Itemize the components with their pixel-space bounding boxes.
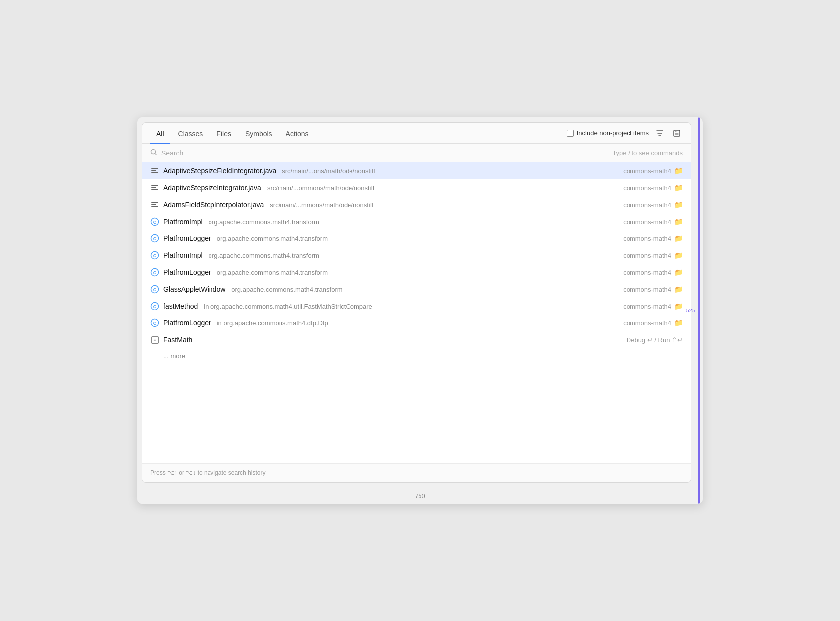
result-module: commons-math4	[623, 286, 671, 293]
svg-text:C: C	[153, 220, 157, 225]
folder-icon: 📁	[674, 234, 683, 242]
tab-symbols[interactable]: Symbols	[239, 123, 278, 144]
result-path: in org.apache.commons.math4.util.FastMat…	[204, 303, 372, 310]
result-right: commons-math4 📁	[623, 268, 683, 276]
class-circle-icon: C	[150, 217, 159, 226]
folder-icon: 📁	[674, 201, 683, 209]
svg-text:C: C	[153, 321, 157, 326]
table-row[interactable]: AdamsFieldStepInterpolator.java src/main…	[142, 196, 691, 213]
search-left: Search	[150, 149, 183, 157]
result-name: AdaptiveStepsizeFieldIntegrator.java	[163, 167, 276, 175]
footer-bar: Press ⌥↑ or ⌥↓ to navigate search histor…	[142, 463, 691, 482]
search-bar: Search Type / to see commands	[142, 144, 691, 162]
result-path: org.apache.commons.math4.transform	[209, 252, 319, 259]
class-circle-icon: C	[150, 285, 159, 294]
result-right: commons-math4 📁	[623, 201, 683, 209]
tabs-bar: All Classes Files Symbols Actions Includ…	[142, 123, 691, 144]
checkbox-box[interactable]	[567, 130, 574, 137]
class-circle-icon: C	[150, 302, 159, 310]
result-path: src/main/...ons/math/ode/nonstiff	[282, 167, 375, 175]
table-row[interactable]: ≡ FastMath Debug ↵ / Run ⇧↵	[142, 331, 691, 348]
folder-icon: 📁	[674, 319, 683, 327]
file-lines-icon	[150, 200, 159, 209]
svg-text:C: C	[153, 304, 157, 309]
result-path: org.apache.commons.math4.transform	[209, 218, 319, 226]
result-name: PlatfromLogger	[163, 319, 211, 327]
tab-actions[interactable]: Actions	[280, 123, 315, 144]
bottom-bar: 750	[137, 488, 703, 504]
result-name: PlatfromLogger	[163, 268, 211, 276]
table-row[interactable]: C GlassAppletWindow org.apache.commons.m…	[142, 281, 691, 298]
file-lines-icon	[150, 166, 159, 175]
class-circle-icon: C	[150, 234, 159, 243]
folder-icon: 📁	[674, 251, 683, 259]
result-right: commons-math4 📁	[623, 285, 683, 293]
result-module: commons-math4	[623, 167, 671, 175]
table-row[interactable]: C PlatfromLogger org.apache.commons.math…	[142, 264, 691, 281]
result-right: commons-math4 📁	[623, 251, 683, 259]
bottom-number: 750	[415, 492, 425, 500]
table-row[interactable]: C PlatfromImpl org.apache.commons.math4.…	[142, 247, 691, 264]
search-input[interactable]: Search	[161, 149, 183, 157]
class-circle-icon: C	[150, 251, 159, 260]
search-hint: Type / to see commands	[612, 149, 683, 156]
table-row[interactable]: C PlatfromLogger in org.apache.commons.m…	[142, 314, 691, 331]
result-path: src/main/...ommons/math/ode/nonstiff	[267, 184, 375, 192]
result-right: commons-math4 📁	[623, 234, 683, 242]
table-row[interactable]: C PlatfromLogger org.apache.commons.math…	[142, 230, 691, 247]
include-non-project-checkbox[interactable]: Include non-project items	[567, 129, 649, 137]
expand-icon[interactable]	[671, 127, 683, 139]
results-list: AdaptiveStepsizeFieldIntegrator.java src…	[142, 162, 691, 364]
result-right: Debug ↵ / Run ⇧↵	[627, 336, 683, 344]
result-module: commons-math4	[623, 303, 671, 310]
result-action: Debug ↵ / Run ⇧↵	[627, 336, 683, 344]
result-right: commons-math4 📁	[623, 184, 683, 192]
folder-icon: 📁	[674, 167, 683, 175]
footer-text: Press ⌥↑ or ⌥↓ to navigate search histor…	[150, 469, 265, 476]
table-row[interactable]: AdaptiveStepsizeIntegrator.java src/main…	[142, 179, 691, 196]
folder-icon: 📁	[674, 184, 683, 192]
result-module: commons-math4	[623, 201, 671, 209]
result-path: org.apache.commons.math4.transform	[217, 269, 328, 276]
folder-icon: 📁	[674, 285, 683, 293]
folder-icon: 📁	[674, 302, 683, 310]
result-module: commons-math4	[623, 269, 671, 276]
search-panel: All Classes Files Symbols Actions Includ…	[142, 122, 691, 483]
result-module: commons-math4	[623, 235, 671, 242]
tab-all[interactable]: All	[150, 123, 170, 144]
table-row[interactable]: AdaptiveStepsizeFieldIntegrator.java src…	[142, 162, 691, 179]
table-row[interactable]: C fastMethod in org.apache.commons.math4…	[142, 298, 691, 314]
result-name: AdamsFieldStepInterpolator.java	[163, 201, 264, 209]
result-right: commons-math4 📁	[623, 319, 683, 327]
svg-text:C: C	[153, 270, 157, 275]
result-name: PlatfromImpl	[163, 218, 203, 226]
tab-files[interactable]: Files	[210, 123, 237, 144]
result-name: fastMethod	[163, 302, 198, 310]
include-label: Include non-project items	[577, 129, 649, 137]
tabs-right: Include non-project items	[567, 127, 683, 139]
result-module: commons-math4	[623, 252, 671, 259]
folder-icon: 📁	[674, 268, 683, 276]
folder-icon: 📁	[674, 218, 683, 226]
more-results[interactable]: ... more	[142, 348, 691, 364]
tabs-left: All Classes Files Symbols Actions	[150, 123, 315, 143]
result-right: commons-math4 📁	[623, 302, 683, 310]
tab-classes[interactable]: Classes	[172, 123, 209, 144]
result-right: commons-math4 📁	[623, 218, 683, 226]
result-name: GlassAppletWindow	[163, 285, 225, 293]
scrollbar-number: 525	[686, 308, 695, 313]
result-path: in org.apache.commons.math4.dfp.Dfp	[217, 319, 328, 327]
svg-text:C: C	[153, 253, 157, 258]
result-path: org.apache.commons.math4.transform	[217, 235, 328, 242]
result-module: commons-math4	[623, 319, 671, 327]
filter-icon[interactable]	[654, 127, 666, 139]
result-name: PlatfromImpl	[163, 251, 203, 259]
table-row[interactable]: C PlatfromImpl org.apache.commons.math4.…	[142, 213, 691, 230]
result-name: AdaptiveStepsizeIntegrator.java	[163, 184, 261, 192]
result-name: PlatfromLogger	[163, 234, 211, 242]
result-name: FastMath	[163, 336, 192, 344]
result-module: commons-math4	[623, 218, 671, 226]
main-window: 525 All Classes Files Symbols Actions In…	[137, 117, 703, 504]
result-path: src/main/...mmons/math/ode/nonstiff	[270, 201, 373, 209]
scrollbar[interactable]	[696, 117, 703, 504]
